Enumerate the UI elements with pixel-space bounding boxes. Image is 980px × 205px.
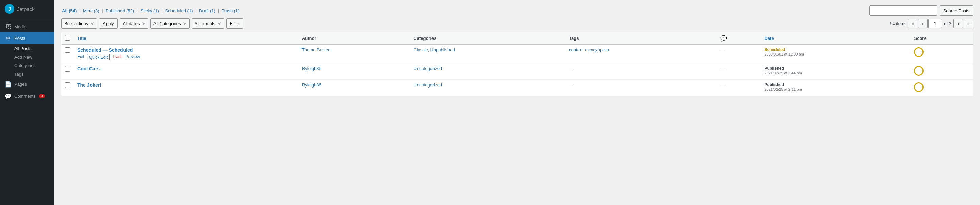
pages-icon: 📄 bbox=[5, 81, 11, 88]
sidebar: J Jetpack 🖼 Media ✏ Posts All Posts Add … bbox=[0, 0, 54, 205]
top-bar: All (54) | Mine (3) | Published (52) | S… bbox=[61, 5, 973, 16]
filter-draft[interactable]: Draft (1) bbox=[199, 8, 215, 13]
bulk-actions-select[interactable]: Bulk actions bbox=[61, 18, 97, 29]
table-row: Scheduled — Scheduled Edit Quick Edit Tr… bbox=[62, 45, 973, 63]
categories-label: Categories bbox=[14, 63, 36, 68]
row-1-tag-link[interactable]: content περιεχόμενο bbox=[569, 47, 609, 53]
sidebar-sub-tags[interactable]: Tags bbox=[0, 70, 54, 78]
filter-scheduled[interactable]: Scheduled (1) bbox=[165, 8, 193, 13]
jetpack-icon: J bbox=[5, 4, 14, 14]
row-2-date-cell: Published 2021/02/25 at 2:44 pm bbox=[761, 63, 911, 80]
row-3-comments-cell: — bbox=[717, 80, 761, 96]
row-1-comments-dash: — bbox=[721, 47, 725, 53]
sort-title-link[interactable]: Title bbox=[77, 36, 86, 41]
sidebar-pages-label: Pages bbox=[14, 82, 27, 87]
row-1-preview-link[interactable]: Preview bbox=[126, 54, 140, 60]
table-row: Cool Cars Ryleigh85 Uncategorized — — Pu… bbox=[62, 63, 973, 80]
row-1-checkbox[interactable] bbox=[65, 47, 70, 53]
pagination: « ‹ of 3 › » bbox=[908, 19, 973, 28]
apply-button[interactable]: Apply bbox=[99, 18, 118, 29]
search-posts-button[interactable]: Search Posts bbox=[940, 5, 973, 16]
row-2-title-link[interactable]: Cool Cars bbox=[77, 66, 100, 72]
sort-date-link[interactable]: Date bbox=[764, 36, 774, 41]
col-score: Score bbox=[911, 32, 973, 45]
col-comments: 💬 bbox=[717, 32, 761, 45]
filter-sticky[interactable]: Sticky (1) bbox=[140, 8, 159, 13]
main-content: All (54) | Mine (3) | Published (52) | S… bbox=[54, 0, 980, 205]
filter-published[interactable]: Published (52) bbox=[105, 8, 134, 13]
search-input[interactable] bbox=[869, 5, 937, 16]
row-2-author-link[interactable]: Ryleigh85 bbox=[302, 66, 321, 71]
col-title: Title bbox=[74, 32, 298, 45]
pag-last-button[interactable]: » bbox=[964, 19, 973, 28]
row-3-author-cell: Ryleigh85 bbox=[298, 80, 410, 96]
row-3-checkbox[interactable] bbox=[65, 82, 70, 88]
row-1-category-unpublished[interactable]: Unpublished bbox=[430, 47, 455, 53]
row-1-tags-cell: content περιεχόμενο bbox=[566, 45, 717, 63]
row-1-author-link[interactable]: Theme Buster bbox=[302, 47, 330, 53]
add-new-label: Add New bbox=[14, 54, 32, 59]
formats-filter-select[interactable]: All formats bbox=[192, 18, 224, 29]
row-1-trash-link[interactable]: Trash bbox=[112, 54, 123, 60]
filter-trash[interactable]: Trash (1) bbox=[221, 8, 239, 13]
sidebar-sub-all-posts[interactable]: All Posts bbox=[0, 44, 54, 53]
row-2-tags-cell: — bbox=[566, 63, 717, 80]
categories-filter-select[interactable]: All Categories bbox=[150, 18, 189, 29]
search-area: Search Posts bbox=[869, 5, 973, 16]
row-3-categories-cell: Uncategorized bbox=[410, 80, 566, 96]
sidebar-sub-categories[interactable]: Categories bbox=[0, 61, 54, 70]
row-1-edit-link[interactable]: Edit bbox=[77, 54, 84, 60]
sidebar-posts-label: Posts bbox=[14, 36, 25, 41]
sidebar-sub-add-new[interactable]: Add New bbox=[0, 53, 54, 61]
toolbar-row: Bulk actions Apply All dates All Categor… bbox=[61, 18, 973, 29]
row-1-score-circle bbox=[914, 47, 924, 57]
row-3-title-cell: The Joker! bbox=[74, 80, 298, 96]
row-3-score-cell bbox=[911, 80, 973, 96]
filter-button[interactable]: Filter bbox=[226, 18, 243, 29]
row-1-date-cell: Scheduled 2030/01/01 at 12:00 pm bbox=[761, 45, 911, 63]
pag-of-label: of 3 bbox=[944, 21, 951, 26]
sidebar-item-comments[interactable]: 💬 Comments 3 bbox=[0, 90, 54, 102]
filter-all[interactable]: All (54) bbox=[62, 8, 76, 13]
row-1-category-classic[interactable]: Classic bbox=[414, 47, 428, 53]
row-1-comments-cell: — bbox=[717, 45, 761, 63]
row-1-date-value: 2030/01/01 at 12:00 pm bbox=[764, 52, 907, 56]
sidebar-media-label: Media bbox=[14, 24, 26, 29]
pag-next-button[interactable]: › bbox=[953, 19, 963, 28]
pag-prev-button[interactable]: ‹ bbox=[918, 19, 928, 28]
dates-filter-select[interactable]: All dates bbox=[120, 18, 148, 29]
row-3-title-link[interactable]: The Joker! bbox=[77, 82, 102, 88]
row-3-author-link[interactable]: Ryleigh85 bbox=[302, 82, 321, 88]
sidebar-item-media[interactable]: 🖼 Media bbox=[0, 21, 54, 32]
comment-column-icon: 💬 bbox=[721, 35, 727, 41]
row-1-title-link[interactable]: Scheduled — Scheduled bbox=[77, 47, 133, 53]
all-posts-label: All Posts bbox=[14, 46, 32, 51]
items-count-label: 54 items bbox=[890, 21, 907, 26]
row-2-checkbox[interactable] bbox=[65, 66, 70, 72]
row-2-date-status: Published bbox=[764, 66, 907, 71]
sidebar-item-posts[interactable]: ✏ Posts bbox=[0, 32, 54, 44]
select-all-checkbox[interactable] bbox=[65, 35, 70, 40]
row-1-date-status: Scheduled bbox=[764, 47, 907, 52]
row-2-category-link[interactable]: Uncategorized bbox=[414, 66, 442, 71]
posts-table: Title Author Categories Tags 💬 Date Scor… bbox=[61, 32, 973, 96]
comments-badge: 3 bbox=[39, 94, 45, 98]
row-2-author-cell: Ryleigh85 bbox=[298, 63, 410, 80]
media-icon: 🖼 bbox=[5, 24, 11, 30]
col-categories: Categories bbox=[410, 32, 566, 45]
row-2-categories-cell: Uncategorized bbox=[410, 63, 566, 80]
filter-links: All (54) | Mine (3) | Published (52) | S… bbox=[61, 8, 869, 13]
sidebar-comments-label: Comments bbox=[14, 94, 36, 99]
row-1-quick-edit-button[interactable]: Quick Edit bbox=[87, 54, 110, 60]
sidebar-logo: J Jetpack bbox=[0, 0, 54, 18]
filter-mine[interactable]: Mine (3) bbox=[83, 8, 99, 13]
sidebar-item-pages[interactable]: 📄 Pages bbox=[0, 78, 54, 90]
row-3-date-cell: Published 2021/02/25 at 2:11 pm bbox=[761, 80, 911, 96]
sidebar-divider-1 bbox=[0, 19, 54, 19]
pag-page-input[interactable] bbox=[928, 19, 942, 28]
row-3-category-link[interactable]: Uncategorized bbox=[414, 82, 442, 88]
row-checkbox-cell bbox=[62, 80, 74, 96]
pag-first-button[interactable]: « bbox=[908, 19, 917, 28]
sidebar-logo-text: Jetpack bbox=[17, 6, 35, 12]
table-row: The Joker! Ryleigh85 Uncategorized — — P… bbox=[62, 80, 973, 96]
